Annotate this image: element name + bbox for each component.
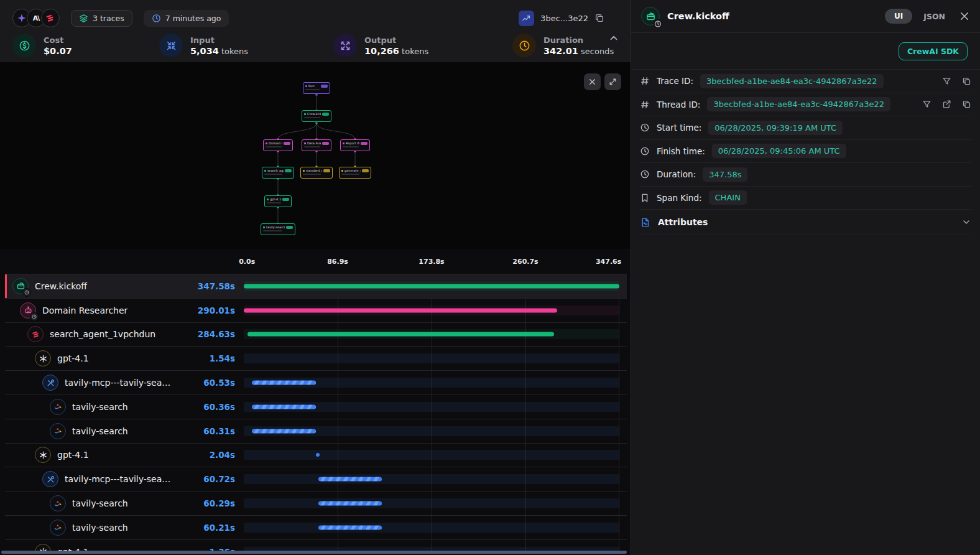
span-bar-cell [244,371,619,394]
graph-node-label: tavily-search [266,225,285,229]
stat-label: Output [364,35,428,45]
trace-row[interactable]: tavily-search60.21s [5,516,627,540]
expand-icon [609,78,617,86]
graph-node[interactable]: Run [303,82,330,94]
graph-node[interactable]: tavily-search [261,223,295,235]
tab-json[interactable]: JSON [923,12,945,21]
dollar-icon [12,34,36,57]
graph-node-label: gpt-4.1 [270,197,281,201]
integration-avatars[interactable]: A\ [12,9,60,27]
graph-node-badge [322,113,329,116]
graph-node-row: Domain Researcher [266,141,290,145]
graph-node-row: standard_research [303,169,330,172]
span-bar-track [244,474,619,484]
trace-row-label-cell: tavily-search60.31s [5,423,244,439]
clock-badge-glyph-icon [24,290,29,295]
field-value: CHAIN [709,190,747,205]
span-bar-track [244,498,619,508]
span-bar-cell [244,395,619,419]
graph-node[interactable]: standard_research [300,167,333,179]
stat-label: Duration [543,35,614,45]
traces-count-label: 3 traces [93,14,124,23]
graph-node-subtext [305,89,320,90]
span-bar [318,477,382,482]
field-duration: Duration:347.58s [640,163,971,187]
copy-icon[interactable] [962,100,971,109]
trace-row[interactable]: tavily-search60.31s [5,419,627,444]
trace-topbar: A\ 3 traces 7 minutes ago 3bec...3e22 C [0,0,631,62]
copy-icon[interactable] [962,77,971,86]
field-finishtime: Finish time:06/28/2025, 09:45:06 AM UTC [640,140,971,164]
trace-row[interactable]: tavily-search60.29s [5,492,627,516]
attributes-section[interactable]: Attributes [640,210,971,235]
span-duration: 60.72s [203,474,235,484]
trace-row[interactable]: Domain Researcher290.01s [5,299,627,323]
field-value[interactable]: 3becbfed-a1be-ae84-ea3c-4942867a3e22 [707,97,890,111]
graph-node[interactable]: Domain Researcher [263,139,293,151]
graph-node[interactable]: search_agent_1vpchdun [262,167,294,179]
crewai-logo-avatar[interactable] [41,9,60,27]
graph-expand-button[interactable] [604,73,621,90]
copy-icon[interactable] [594,13,604,23]
tab-ui[interactable]: UI [885,9,912,24]
graph-node-dot [266,142,267,144]
clock-icon [640,146,650,156]
graph-node-badge [322,142,329,145]
trending-up-icon [522,14,531,23]
trace-row[interactable]: gpt-4.12.04s [5,444,627,468]
span-duration: 60.29s [203,498,235,508]
span-bar [252,404,316,409]
graph-node-subtext [266,146,282,147]
span-duration: 60.31s [203,426,235,436]
graph-node-subtext [341,174,359,175]
chevron-up-icon[interactable] [608,32,619,44]
external-icon[interactable] [942,100,951,109]
graph-node-label: generate_report [344,169,361,172]
graph-node-row: gpt-4.1 [267,197,289,201]
field-label: Trace ID: [657,76,693,86]
span-bar [252,429,316,433]
trace-row[interactable]: tavily-mcp---tavily-sea…60.53s [5,371,627,395]
span-bar-track [244,450,619,460]
field-value[interactable]: 3becbfed-a1be-ae84-ea3c-4942867a3e22 [700,74,884,88]
span-bar-cell [244,492,619,515]
crew-icon [641,7,660,26]
funnel-icon[interactable] [922,100,931,109]
span-bar-cell [244,467,619,491]
graph-node[interactable]: generate_report [339,167,371,179]
graph-node[interactable]: gpt-4.1 [264,195,292,207]
clock-badge-glyph-icon [32,314,37,319]
trace-row[interactable]: tavily-mcp---tavily-sea…60.72s [5,467,627,492]
trace-row[interactable]: gpt-4.11.54s [5,347,627,371]
graph-node-badge [282,198,289,201]
trace-row[interactable]: Crew.kickoff347.58s [5,274,627,299]
trace-id-cluster: 3bec...3e22 [519,11,621,26]
chevron-down-icon[interactable] [961,217,971,227]
span-name: tavily-search [72,426,203,436]
panel-close-icon[interactable] [959,11,970,22]
field-label: Duration: [657,169,696,179]
axis-tick: 86.9s [327,258,348,266]
graph-node-badge [286,226,293,229]
trend-chart-button[interactable] [519,11,534,26]
crewai-icon [45,13,55,23]
traces-count-badge[interactable]: 3 traces [71,10,132,27]
graph-node-dot [303,170,305,172]
graph-node[interactable]: Report Writer [340,139,370,151]
trace-row-label-cell: gpt-4.11.54s [5,350,244,366]
span-duration: 290.01s [198,305,235,315]
graph-node[interactable]: Crew.kickoff [302,110,331,122]
span-bar [252,381,316,385]
graph-close-button[interactable] [584,73,601,90]
graph-node[interactable]: Data Analyst [302,139,331,151]
stat-suffix: seconds [578,47,614,56]
span-duration: 60.21s [203,523,235,533]
span-duration: 347.58s [198,281,235,291]
trace-row[interactable]: search_agent_1vpchdun284.63s [5,323,627,347]
trace-row-label-cell: gpt-4.12.04s [5,447,244,463]
funnel-icon[interactable] [942,77,951,86]
trace-row[interactable]: tavily-search60.36s [5,395,627,419]
tools-glyph-icon [46,475,55,484]
span-bar-track [244,547,619,552]
graph-node-badge [361,142,368,145]
